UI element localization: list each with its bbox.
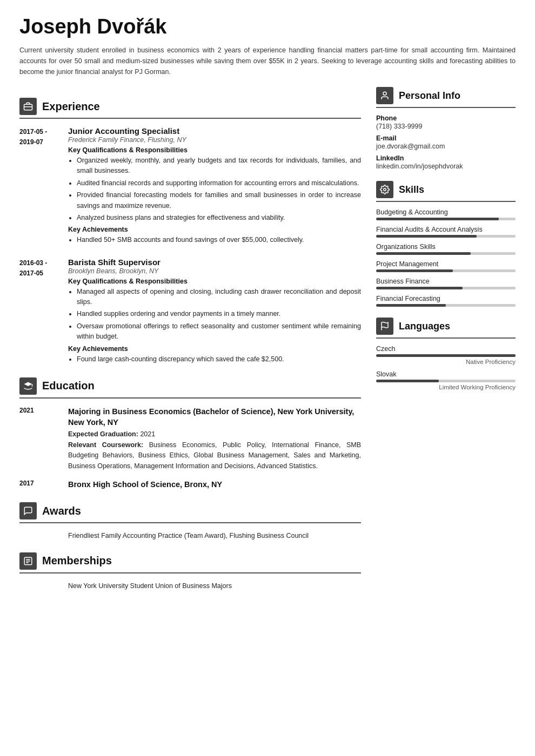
phone-value: (718) 333-9999: [376, 123, 516, 130]
exp-achievement: Handled 50+ SMB accounts and found savin…: [77, 235, 361, 245]
experience-icon: [19, 98, 37, 115]
exp-company-1: Frederick Family Finance, Flushing, NY: [68, 136, 361, 144]
email-label: E-mail: [376, 134, 516, 142]
awards-entry: Friendliest Family Accounting Practice (…: [19, 531, 361, 541]
edu-year-2: 2017: [19, 479, 68, 491]
exp-bullet: Managed all aspects of opening and closi…: [77, 287, 361, 308]
lang-item-0: Czech Native Proficiency: [376, 345, 516, 365]
personal-info-title: Personal Info: [399, 90, 460, 102]
exp-bullets-2: Managed all aspects of opening and closi…: [68, 287, 361, 342]
linkedin-label: LinkedIn: [376, 154, 516, 162]
skill-bar-bg-2: [376, 252, 516, 255]
skill-bar-fill-3: [376, 269, 453, 272]
memberships-title: Memberships: [42, 555, 112, 567]
languages-icon: [376, 318, 393, 335]
exp-bullet: Organized weekly, monthly, and yearly bu…: [77, 156, 361, 177]
skills-title: Skills: [399, 184, 424, 195]
lang-item-1: Slovak Limited Working Proficiency: [376, 370, 516, 390]
svg-point-8: [384, 188, 386, 191]
svg-point-7: [383, 92, 386, 95]
header-section: Joseph Dvořák Current university student…: [0, 0, 535, 87]
education-title: Education: [42, 380, 95, 392]
exp-entry-1: 2017-05 - 2019-07 Junior Accounting Spec…: [19, 126, 361, 248]
skill-item-2: Organizations Skills: [376, 243, 516, 255]
edu-year-1: 2021: [19, 406, 68, 471]
exp-dates-2: 2016-03 - 2017-05: [19, 258, 68, 367]
exp-ach-label-2: Key Achievements: [68, 345, 361, 353]
exp-bullets-1: Organized weekly, monthly, and yearly bu…: [68, 156, 361, 223]
phone-label: Phone: [376, 114, 516, 122]
memberships-icon: [19, 552, 37, 570]
exp-bullet: Handled supplies ordering and vendor pay…: [77, 309, 361, 319]
awards-title: Awards: [42, 505, 81, 517]
linkedin-value: linkedin.com/in/josephdvorak: [376, 163, 516, 170]
skill-bar-bg-1: [376, 235, 516, 238]
edu-entry-2: 2017 Bronx High School of Science, Bronx…: [19, 479, 361, 491]
skill-bar-fill-5: [376, 304, 446, 307]
edu-content-1: Majoring in Business Economics (Bachelor…: [68, 406, 361, 471]
left-column: Experience 2017-05 - 2019-07 Junior Acco…: [19, 87, 361, 597]
lang-bar-bg-0: [376, 354, 516, 357]
email-value: joe.dvorak@gmail.com: [376, 143, 516, 150]
exp-title-1: Junior Accounting Specialist: [68, 126, 361, 136]
edu-degree-1: Majoring in Business Economics (Bachelor…: [68, 406, 361, 428]
skill-item-3: Project Management: [376, 260, 516, 272]
candidate-name: Joseph Dvořák: [19, 15, 516, 38]
edu-content-2: Bronx High School of Science, Bronx, NY: [68, 479, 361, 491]
memberships-section-header: Memberships: [19, 552, 361, 573]
exp-dates-1: 2017-05 - 2019-07: [19, 126, 68, 248]
lang-proficiency-1: Limited Working Proficiency: [376, 384, 516, 390]
skills-icon: [376, 181, 393, 198]
exp-bullet: Analyzed business plans and strategies f…: [77, 213, 361, 223]
exp-qual-label-1: Key Qualifications & Responsibilities: [68, 146, 361, 154]
exp-ach-label-1: Key Achievements: [68, 226, 361, 233]
lang-bar-fill-0: [376, 354, 516, 357]
skill-item-4: Business Finance: [376, 278, 516, 289]
summary-text: Current university student enrolled in b…: [19, 45, 516, 77]
edu-degree-2: Bronx High School of Science, Bronx, NY: [68, 479, 361, 490]
edu-graduation-1: Expected Graduation: 2021: [68, 429, 361, 440]
education-section-header: Education: [19, 377, 361, 399]
exp-bullet: Provided financial forecasting models fo…: [77, 190, 361, 211]
exp-bullet: Oversaw promotional offerings to reflect…: [77, 321, 361, 342]
skills-section-header: Skills: [376, 181, 516, 202]
memberships-entry: New York University Student Union of Bus…: [19, 581, 361, 591]
exp-achievements-1: Handled 50+ SMB accounts and found savin…: [68, 235, 361, 245]
exp-title-2: Barista Shift Supervisor: [68, 258, 361, 267]
skill-bar-bg-0: [376, 218, 516, 220]
skill-name-4: Business Finance: [376, 278, 516, 285]
languages-title: Languages: [399, 321, 450, 332]
experience-section-header: Experience: [19, 98, 361, 119]
skill-item-5: Financial Forecasting: [376, 295, 516, 307]
skill-bar-bg-4: [376, 287, 516, 289]
exp-bullet: Audited financial records and supporting…: [77, 178, 361, 188]
exp-qual-label-2: Key Qualifications & Responsibilities: [68, 278, 361, 285]
skill-bar-fill-0: [376, 218, 499, 220]
exp-achievement: Found large cash-counting discrepancy wh…: [77, 354, 361, 364]
skill-name-2: Organizations Skills: [376, 243, 516, 251]
skill-name-5: Financial Forecasting: [376, 295, 516, 302]
exp-content-2: Barista Shift Supervisor Brooklyn Beans,…: [68, 258, 361, 367]
personal-info-icon: [376, 87, 393, 104]
exp-achievements-2: Found large cash-counting discrepancy wh…: [68, 354, 361, 364]
skill-name-0: Budgeting & Accounting: [376, 208, 516, 216]
languages-section-header: Languages: [376, 318, 516, 339]
skill-name-3: Project Management: [376, 260, 516, 268]
skill-bar-bg-5: [376, 304, 516, 307]
awards-icon: [19, 502, 37, 519]
edu-coursework-1: Relevant Coursework: Business Economics,…: [68, 440, 361, 471]
personal-info-header: Personal Info: [376, 87, 516, 108]
skill-name-1: Financial Audits & Account Analysis: [376, 226, 516, 233]
right-column: Personal Info Phone (718) 333-9999 E-mai…: [376, 87, 516, 597]
lang-bar-fill-1: [376, 380, 439, 382]
skill-bar-fill-4: [376, 287, 463, 289]
exp-entry-2: 2016-03 - 2017-05 Barista Shift Supervis…: [19, 258, 361, 367]
lang-proficiency-0: Native Proficiency: [376, 359, 516, 365]
skill-item-0: Budgeting & Accounting: [376, 208, 516, 220]
awards-section-header: Awards: [19, 502, 361, 523]
main-layout: Experience 2017-05 - 2019-07 Junior Acco…: [0, 87, 535, 597]
education-icon: [19, 377, 37, 395]
skill-bar-bg-3: [376, 269, 516, 272]
lang-name-0: Czech: [376, 345, 516, 353]
skill-bar-fill-1: [376, 235, 477, 238]
